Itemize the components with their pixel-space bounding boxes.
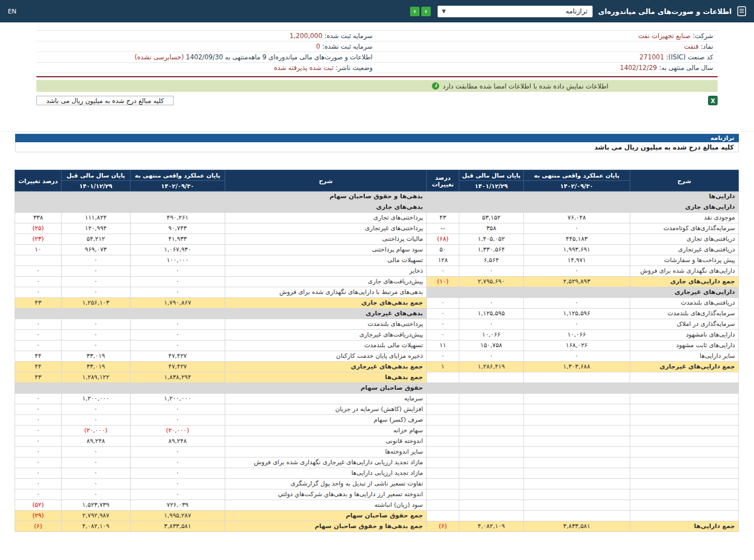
balance-row: موجودی نقد۷۶,۰۴۸۵۳,۱۵۲۴۳پرداختنی‌های تجا… [15, 213, 739, 223]
value-current-period: ۱,۸۳۸,۲۹۴ [131, 372, 225, 383]
value-previous-year: ۸۹,۲۴۸ [62, 436, 131, 447]
empty-cell [459, 426, 524, 436]
value-previous-year: ۰ [459, 319, 524, 330]
line-item-label: اندوخته قانونی [225, 436, 427, 447]
empty-cell [630, 479, 739, 489]
value-current-period: ۰ [131, 319, 225, 330]
empty-cell [427, 404, 459, 415]
percent-change: ۰ [15, 287, 62, 298]
value-current-period: ۴۹۰,۲۶۱ [131, 213, 225, 223]
value-previous-year: ۰ [62, 489, 131, 500]
info-pair-cell: شرکت: صنایع تجهیزات نفت [377, 31, 718, 41]
line-item-label: جمع حقوق صاحبان سهام [225, 511, 427, 521]
value-current-period: ۴۷,۴۲۷ [131, 351, 225, 362]
percent-change: (۵۲) [15, 500, 62, 511]
value-current-period: ۹۰,۷۴۳ [131, 223, 225, 234]
percent-change: ۰ [15, 340, 62, 351]
empty-cell [427, 394, 459, 404]
page-title: اطلاعات و صورت‌های مالی میاندوره‌ای [598, 7, 732, 16]
percent-change: ۰ [15, 479, 62, 489]
value-current-period: ۰ [524, 266, 630, 277]
info-value: 271001 [640, 53, 664, 61]
balance-row: تفاوت تسعیر ناشی از تبدیل به واحد پول گز… [15, 479, 739, 489]
balance-row: دریافتنی‌های تجاری۴۴۵,۱۸۳۱,۴۰۵,۰۵۲(۶۸)ما… [15, 234, 739, 245]
percent-change: ۰ [427, 319, 459, 330]
language-switch-link[interactable]: EN [8, 8, 16, 15]
report-unit-note: کلیه مبالغ درج شده به میلیون ریال می باش… [15, 142, 739, 152]
balance-row: افزایش (کاهش) سرمایه در جریان۰۰۰ [15, 404, 739, 415]
line-item-label: سایر دارایی‌ها [630, 351, 739, 362]
info-pair-cell: سال مالی منتهی به: 1402/12/29 [377, 63, 718, 73]
header-row-titles: شرح پایان عملکرد واقعی منتهی به پایان سا… [15, 170, 739, 181]
value-previous-year: ۰ [62, 277, 131, 287]
info-label: سال مالی منتهی به: [659, 64, 713, 72]
value-previous-year: ۵۴,۲۱۲ [62, 234, 131, 245]
value-current-period: ۰ [131, 404, 225, 415]
empty-cell [427, 489, 459, 500]
statement-nav-buttons: › ‹ [410, 7, 431, 16]
info-pair-cell: سرمایه ثبت نشده: 0 [36, 41, 377, 52]
excel-export-icon[interactable]: X [708, 96, 718, 105]
line-item-label: جمع دارایی‌های غیرجاری [630, 362, 739, 372]
info-value: (حسابرسی نشده) [134, 53, 184, 61]
report-document-icon [737, 6, 746, 16]
empty-cell [427, 415, 459, 426]
value-previous-year: ۱۰,۰۶۶ [459, 330, 524, 340]
statement-type-select[interactable]: ترازنامه ▼ [437, 6, 593, 17]
value-current-period: ۰ [524, 351, 630, 362]
percent-change: ۰ [427, 266, 459, 277]
balance-row: دارایی‌های نامشهود۱۰,۰۶۶۱۰,۰۶۶۰پیش‌دریاف… [15, 330, 739, 340]
value-previous-year: ۱۵۰,۷۵۸ [459, 340, 524, 351]
percent-change: ۱۲۸ [427, 255, 459, 266]
balance-row: جمع دارایی‌های جاری۲,۵۲۹,۸۹۳۲,۷۹۵,۶۹۰(۱۰… [15, 277, 739, 287]
section-header-cell: بدهی‌ها و حقوق صاحبان سهام [15, 192, 427, 202]
info-pair-cell: کد صنعت (ISIC): 271001 [377, 52, 718, 63]
company-info-row: سال مالی منتهی به: 1402/12/29وضعیت ناشر:… [36, 63, 718, 73]
empty-cell [630, 489, 739, 500]
line-item-label: جمع بدهی‌ها [225, 372, 427, 383]
line-item-label: سهام خزانه [225, 426, 427, 436]
value-previous-year: ۰ [459, 298, 524, 309]
section-header-cell: دارایی‌ها [427, 192, 739, 202]
balance-row: سایر اندوخته‌ها۰۰۰ [15, 447, 739, 458]
value-previous-year: ۱,۵۲۳,۷۳۹ [62, 500, 131, 511]
empty-cell [459, 489, 524, 500]
percent-change: ۴۳ [427, 213, 459, 223]
info-value: ثبت شده پذیرفته شده [274, 64, 333, 72]
line-item-label: پیش‌دریافت‌های غیرجاری [225, 330, 427, 340]
balance-row: دارایی‌های ثابت مشهود۱۶۸,۰۲۶۱۵۰,۷۵۸۱۱تسه… [15, 340, 739, 351]
percent-change: (۲۳) [15, 234, 62, 245]
col-desc-liabilities: شرح [225, 170, 427, 192]
percent-change: ۰ [15, 458, 62, 468]
empty-cell [524, 468, 630, 479]
value-current-period: ۰ [524, 298, 630, 309]
nav-forward-button[interactable]: › [421, 7, 431, 16]
value-current-period: ۰ [131, 458, 225, 468]
line-item-label: ذخایر [225, 266, 427, 277]
value-current-period: ۰ [131, 266, 225, 277]
value-previous-year: (۲۰,۰۰۰) [62, 426, 131, 436]
empty-cell [459, 372, 524, 383]
percent-change: (۶۸) [427, 234, 459, 245]
empty-cell [630, 394, 739, 404]
line-item-label: دریافتنی‌های بلندمدت [630, 298, 739, 309]
info-label: سرمایه ثبت شده: [324, 32, 373, 40]
value-previous-year: ۰ [62, 404, 131, 415]
value-previous-year: ۰ [62, 458, 131, 468]
nav-back-button[interactable]: ‹ [410, 7, 420, 16]
value-previous-year: ۰ [62, 255, 131, 266]
value-current-period: ۰ [131, 277, 225, 287]
empty-cell [427, 426, 459, 436]
value-current-period: ۱,۹۹۳,۶۹۱ [524, 245, 630, 255]
info-label: شرکت: [692, 32, 713, 40]
value-previous-year: ۵۳,۱۵۲ [459, 213, 524, 223]
percent-change: ۰ [15, 468, 62, 479]
top-navigation-bar: اطلاعات و صورت‌های مالی میاندوره‌ای تراز… [0, 0, 754, 22]
percent-change: ۰ [15, 436, 62, 447]
report-title-bar: ترازنامه [15, 134, 739, 142]
balance-row: سایر دارایی‌ها۰۰۰ذخیره مزایای پایان خدمت… [15, 351, 739, 362]
value-current-period: ۱,۹۹۵,۲۸۷ [131, 511, 225, 521]
company-info-row: کد صنعت (ISIC): 271001اطلاعات و صورت‌های… [36, 52, 718, 63]
percent-change: ۴۳ [15, 372, 62, 383]
value-previous-year: ۲,۷۹۲,۹۸۷ [62, 511, 131, 521]
